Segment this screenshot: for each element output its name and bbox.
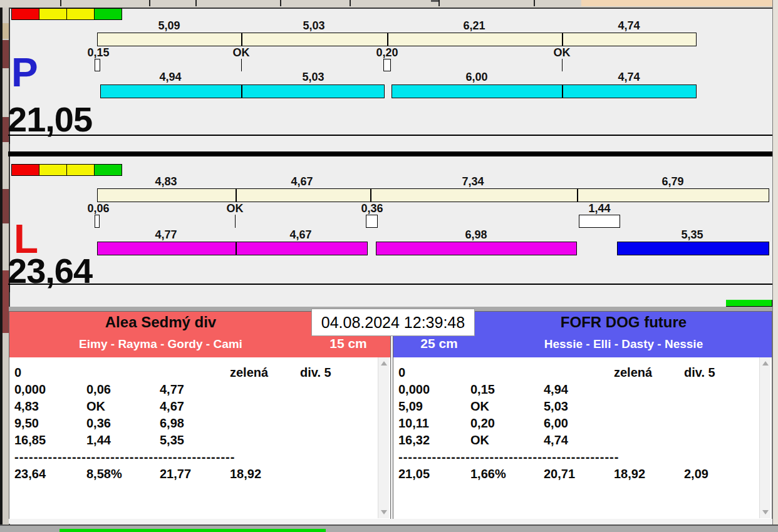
jump-height: 15 cm bbox=[314, 336, 383, 351]
result-cell: 0 bbox=[398, 366, 405, 380]
lane-letter-p: P bbox=[11, 53, 38, 93]
datetime-display: 04.08.2024 12:39:48 bbox=[311, 309, 475, 336]
status-light-green bbox=[94, 8, 122, 20]
segment-time-label: 7,34 bbox=[445, 175, 501, 188]
exchange-marker-label: OK bbox=[207, 202, 263, 215]
result-separator: ----------------------------------------… bbox=[398, 450, 619, 464]
result-cell: 4,74 bbox=[544, 433, 568, 448]
background-window-peach-area bbox=[581, 0, 778, 6]
exchange-marker-label: 0,20 bbox=[359, 46, 415, 59]
exchange-marker-label: 0,06 bbox=[70, 202, 127, 215]
bottom-progress-bar bbox=[60, 529, 326, 532]
window-bottom-inner bbox=[9, 519, 772, 524]
result-cell: 21,77 bbox=[160, 467, 191, 481]
section-underline bbox=[8, 284, 772, 285]
team-panel-right: FOFR DOG future Hessie - Elli - Dasty - … bbox=[393, 311, 772, 521]
exchange-marker-label: 1,44 bbox=[571, 202, 628, 215]
scrollbar[interactable] bbox=[378, 357, 389, 518]
team-panel-left: Alea Sedmý div Eimy - Rayma - Gordy - Ca… bbox=[9, 311, 391, 521]
dog-time-bar-l bbox=[376, 242, 577, 255]
result-cell: 16,85 bbox=[14, 433, 46, 448]
result-row: 16,85 1,44 5,35 bbox=[11, 433, 389, 450]
background-sliver bbox=[3, 40, 9, 68]
result-cell: 9,50 bbox=[14, 416, 39, 431]
status-light-yellow-1 bbox=[39, 8, 67, 20]
result-cell: zelená bbox=[230, 366, 268, 380]
window-tick bbox=[350, 0, 351, 6]
result-cell: OK bbox=[86, 399, 105, 414]
status-light-red bbox=[11, 164, 39, 176]
bar-divider bbox=[236, 242, 237, 255]
result-totals-row: 23,64 8,58% 21,77 18,92 bbox=[11, 467, 389, 484]
result-cell: 0 bbox=[14, 366, 21, 380]
dog-time-bar-p bbox=[100, 84, 385, 98]
result-cell: div. 5 bbox=[300, 366, 331, 380]
result-row: 5,09 OK 5,03 bbox=[395, 399, 770, 416]
exchange-marker-label: 0,15 bbox=[70, 46, 127, 59]
result-cell: 20,71 bbox=[544, 467, 575, 481]
result-cell: 18,92 bbox=[614, 467, 645, 481]
app-window: 5,09 5,03 6,21 4,74 0,15 OK 0,20 OK 4,94… bbox=[0, 0, 778, 532]
window-frame-right bbox=[772, 0, 778, 532]
exchange-marker-box bbox=[383, 59, 391, 71]
background-sliver bbox=[3, 23, 9, 39]
lap-bar-upper-p bbox=[97, 33, 697, 46]
result-row: 4,83 OK 4,67 bbox=[11, 399, 389, 416]
jump-height: 25 cm bbox=[405, 336, 474, 351]
scroll-up-icon[interactable] bbox=[381, 361, 387, 366]
window-tick bbox=[60, 0, 61, 6]
bar-divider bbox=[241, 33, 242, 46]
results-textarea-left[interactable]: 0 zelená div. 5 0,000 0,06 4,77 4,83 OK … bbox=[11, 357, 389, 518]
bar-divider bbox=[562, 33, 563, 46]
segment-time-label: 6,98 bbox=[448, 228, 504, 242]
bar-divider bbox=[562, 85, 563, 98]
results-textarea-right[interactable]: 0 zelená div. 5 0,000 0,15 4,94 5,09 OK … bbox=[395, 357, 770, 518]
segment-time-label: 4,77 bbox=[138, 228, 194, 242]
scroll-up-icon[interactable] bbox=[762, 361, 769, 366]
exchange-marker-box bbox=[95, 215, 100, 228]
result-cell: 0,20 bbox=[470, 416, 495, 431]
result-cell: 23,64 bbox=[14, 467, 46, 481]
result-separator: ----------------------------------------… bbox=[14, 450, 235, 464]
scroll-down-icon[interactable] bbox=[381, 510, 387, 514]
segment-time-label: 6,21 bbox=[446, 19, 502, 33]
status-light-yellow-2 bbox=[66, 164, 95, 176]
result-cell: 6,00 bbox=[544, 416, 568, 431]
exchange-marker-box bbox=[95, 59, 100, 71]
result-row: 9,50 0,36 6,98 bbox=[11, 416, 389, 433]
status-light-yellow-1 bbox=[39, 164, 67, 176]
segment-time-label: 4,94 bbox=[142, 71, 199, 84]
bar-divider bbox=[236, 189, 237, 202]
scrollbar[interactable] bbox=[759, 357, 770, 518]
window-tick bbox=[280, 0, 281, 6]
result-cell: 1,66% bbox=[470, 467, 506, 481]
exchange-marker-line bbox=[235, 215, 236, 228]
background-sliver bbox=[3, 189, 9, 223]
segment-time-label: 5,03 bbox=[286, 19, 342, 33]
segment-time-label: 6,00 bbox=[449, 71, 505, 84]
bar-divider bbox=[241, 85, 242, 98]
result-cell: 0,06 bbox=[86, 382, 111, 397]
panel-top-border bbox=[9, 8, 772, 9]
result-row: 0 zelená div. 5 bbox=[395, 366, 770, 382]
segment-time-label: 4,67 bbox=[274, 175, 330, 188]
status-light-green bbox=[94, 164, 122, 176]
exchange-marker-box bbox=[366, 215, 378, 228]
result-cell: 6,98 bbox=[160, 416, 184, 431]
scroll-down-icon[interactable] bbox=[762, 510, 769, 514]
status-light-red bbox=[11, 8, 39, 20]
result-cell: 18,92 bbox=[230, 467, 261, 481]
result-cell: 5,35 bbox=[160, 433, 184, 448]
result-totals-row: 21,05 1,66% 20,71 18,92 2,09 bbox=[395, 467, 770, 484]
result-cell: 10,11 bbox=[398, 416, 429, 431]
exchange-marker-box bbox=[579, 215, 620, 228]
segment-time-label: 6,79 bbox=[645, 175, 701, 188]
result-row: 0,000 0,06 4,77 bbox=[11, 382, 389, 399]
lane-divider-bar bbox=[8, 151, 772, 156]
dog-time-bar-l bbox=[97, 242, 368, 255]
segment-time-label: 5,03 bbox=[285, 71, 341, 84]
result-cell: OK bbox=[470, 399, 489, 414]
result-cell: 0,15 bbox=[470, 382, 495, 397]
segment-time-label: 4,74 bbox=[601, 71, 657, 84]
result-cell: 4,83 bbox=[14, 399, 39, 414]
